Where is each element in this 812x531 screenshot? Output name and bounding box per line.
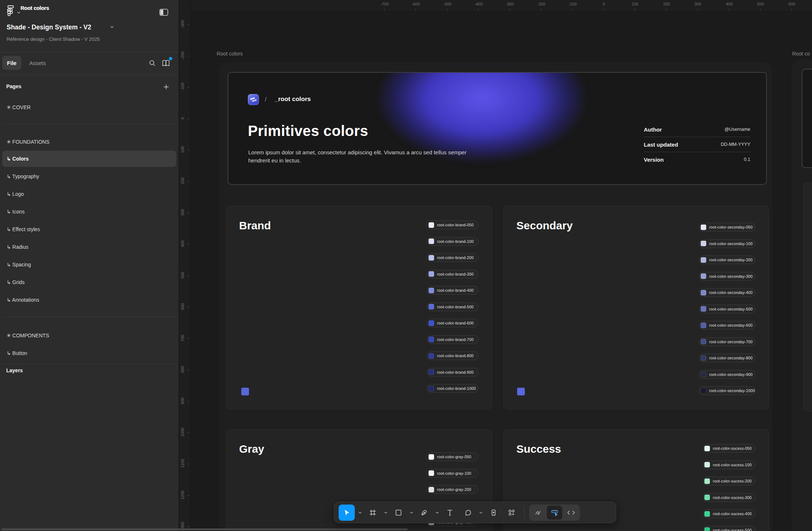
meta-row-last-updated[interactable]: Last updated DD-MM-YYYY [644, 137, 750, 152]
section-title-success[interactable]: Success [516, 443, 561, 455]
color-swatch-pill[interactable]: root-color-brand-700 [427, 335, 479, 344]
ruler-tick [187, 181, 190, 182]
section-title-gray[interactable]: Gray [239, 443, 264, 455]
color-swatch-pill[interactable]: root-color-sucess-200 [703, 477, 755, 485]
color-swatch-pill[interactable]: root-color-seconday-300 [699, 272, 755, 281]
page-item-annotations[interactable]: ↳ Annotations [2, 292, 176, 308]
color-swatch-pill[interactable]: root-color-seconday-050 [699, 223, 755, 232]
page-item-foundations[interactable]: ✳ FOUNDATIONS [2, 134, 176, 150]
frame-root-colors[interactable]: / _root colors Primitives colors Lorem i… [220, 62, 772, 531]
section-title-brand[interactable]: Brand [239, 219, 271, 232]
frame-label-root-colors-2[interactable]: Root co [792, 51, 810, 57]
color-swatch-pill[interactable]: root-color-seconday-500 [699, 305, 755, 313]
brand-corner-swatch[interactable] [241, 388, 249, 395]
page-item-icons[interactable]: ↳ Icons [2, 204, 176, 220]
page-item-button[interactable]: ↳ Button [2, 345, 176, 361]
page-item-spacing[interactable]: ↳ Spacing [2, 256, 176, 273]
color-card-partial[interactable] [803, 183, 812, 411]
pen-tool-chevron-icon[interactable] [434, 505, 440, 521]
primitives-header-card[interactable]: / _root colors Primitives colors Lorem i… [228, 72, 767, 185]
meta-row-version[interactable]: Version 0.1 [644, 152, 750, 167]
shade-logo-chip[interactable] [248, 94, 259, 105]
color-swatch-pill[interactable]: root-color-brand-300 [427, 270, 479, 279]
color-swatch-pill[interactable]: root-color-seconday-200 [699, 255, 755, 264]
color-swatch-pill[interactable]: root-color-brand-800 [427, 351, 479, 360]
color-swatch-pill[interactable]: root-color-seconday-400 [699, 288, 755, 297]
horizontal-ruler: -700 -600 -500 -400 [190, 0, 812, 11]
color-token-name: root-color-brand-200 [437, 255, 474, 260]
page-item-colors[interactable]: ↳ Colors [2, 151, 176, 167]
color-swatch-pill[interactable]: root-color-gray-100 [427, 469, 479, 478]
add-page-icon[interactable] [162, 82, 170, 91]
code-dev-mode-icon[interactable] [563, 506, 579, 520]
page-item-radius[interactable]: ↳ Radius [2, 239, 176, 255]
color-swatch-pill[interactable]: root-color-brand-500 [427, 302, 479, 311]
page-item-grids[interactable]: ↳ Grids [2, 274, 176, 290]
horizontal-scrollbar[interactable] [1, 528, 408, 530]
device-heart-tool-button[interactable] [486, 505, 501, 521]
frame-tool-chevron-icon[interactable] [383, 505, 388, 521]
color-swatch-pill[interactable]: root-color-brand-100 [427, 237, 479, 246]
secondary-corner-swatch[interactable] [517, 388, 525, 395]
color-swatch-pill[interactable]: root-color-sucess-100 [703, 460, 755, 469]
tab-file[interactable]: File [2, 56, 21, 70]
text-tool-button[interactable] [442, 505, 458, 521]
color-swatch-pill[interactable]: root-color-sucess-400 [703, 509, 755, 518]
page-item-logo[interactable]: ↳ Logo [2, 186, 176, 202]
comment-tool-button[interactable] [460, 505, 476, 521]
color-swatch-pill[interactable]: root-color-seconday-1000 [699, 386, 755, 395]
color-chip [429, 353, 434, 359]
color-swatch-pill[interactable]: root-color-seconday-100 [699, 239, 755, 248]
color-swatch-pill[interactable]: root-color-sucess-500 [703, 526, 755, 531]
ruler-tick [572, 8, 573, 11]
color-swatch-pill[interactable]: root-color-brand-1000 [427, 384, 479, 393]
actions-tool-button[interactable] [504, 505, 519, 521]
frame-tool-button[interactable] [365, 505, 380, 521]
move-tool-button[interactable] [339, 505, 355, 521]
comment-tool-chevron-icon[interactable] [478, 505, 483, 521]
meta-row-author[interactable]: Author @Username [644, 122, 750, 137]
breadcrumb-root-colors[interactable]: _root colors [275, 96, 311, 103]
tab-assets[interactable]: Assets [26, 56, 49, 70]
color-swatch-pill[interactable]: root-color-brand-600 [427, 319, 479, 327]
color-swatch-pill[interactable]: root-color-brand-050 [427, 220, 479, 229]
color-swatch-pill[interactable]: root-color-sucess-050 [703, 444, 755, 453]
color-swatch-pill[interactable]: root-color-seconday-600 [699, 321, 755, 330]
pen-tool-button[interactable] [416, 505, 432, 521]
color-swatch-pill[interactable]: root-color-gray-050 [427, 452, 479, 461]
shape-tool-button[interactable] [391, 505, 406, 521]
color-chip [701, 225, 706, 230]
annotate-pencil-icon[interactable] [530, 506, 546, 520]
brand-color-card[interactable]: Brand root-color-brand-050 root-color-br… [226, 206, 492, 409]
move-tool-chevron-icon[interactable] [357, 505, 362, 521]
color-token-name: root-color-sucess-100 [713, 463, 752, 467]
file-title[interactable]: Shade - Design System - V2 [7, 24, 91, 31]
color-swatch-pill[interactable]: root-color-gray-200 [427, 485, 479, 494]
frame-root-colors-2[interactable] [791, 60, 812, 531]
page-description[interactable]: Lorem ipsum dolor sit amet, consectetur … [248, 148, 489, 165]
shape-tool-chevron-icon[interactable] [409, 505, 414, 521]
color-swatch-pill[interactable]: root-color-brand-400 [427, 286, 479, 295]
section-title-secondary[interactable]: Secondary [516, 219, 573, 232]
file-title-chevron-icon[interactable] [110, 26, 114, 28]
color-swatch-pill[interactable]: root-color-seconday-800 [699, 354, 755, 362]
color-swatch-pill[interactable]: root-color-seconday-700 [699, 337, 755, 346]
page-item-effect-styles[interactable]: ↳ Effect styles [2, 221, 176, 237]
color-swatch-pill[interactable]: root-color-brand-900 [427, 368, 479, 377]
color-swatch-pill[interactable]: root-color-brand-200 [427, 253, 479, 262]
page-item-typography[interactable]: ↳ Typography [2, 168, 176, 184]
frame-label-root-colors[interactable]: Root colors [217, 51, 243, 57]
layer-item-root-colors[interactable]: Root colors [2, 0, 176, 16]
secondary-color-card[interactable]: Secondary root-color-seconday-050 root-c… [504, 206, 769, 409]
color-chip [429, 369, 434, 375]
page-item-cover[interactable]: ✳ COVER [2, 99, 176, 115]
library-book-icon[interactable] [160, 57, 172, 69]
measure-ruler-icon[interactable] [547, 506, 562, 520]
page-item-components[interactable]: ✳ COMPONENTS [2, 327, 176, 344]
primitives-header-card-2[interactable] [802, 69, 812, 168]
color-swatch-pill[interactable]: root-color-sucess-300 [703, 493, 755, 502]
page-title[interactable]: Primitives colors [248, 123, 368, 139]
color-swatch-pill[interactable]: root-color-seconday-900 [699, 370, 755, 379]
ruler-mark: -100 [178, 85, 190, 90]
search-icon[interactable] [147, 57, 158, 69]
